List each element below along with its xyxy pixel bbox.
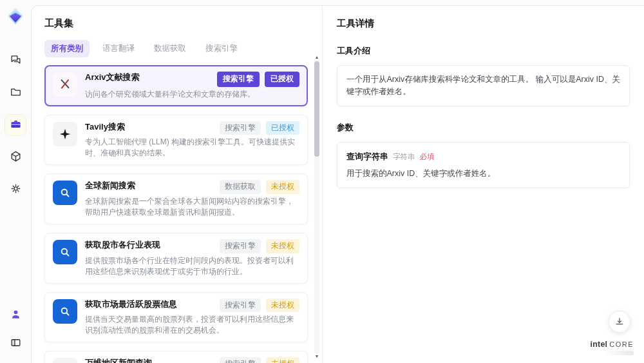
- tool-list-item[interactable]: 获取股市各行业表现 搜索引擎 未授权 提供股票市场各个行业在特定时间段内的表现。…: [44, 233, 308, 284]
- sidebar-item-panel-toggle[interactable]: [5, 333, 26, 354]
- tool-description: 提供股票市场各个行业在特定时间段内的表现。投资者可以利用这些信息来识别表现优于或…: [85, 255, 299, 277]
- tool-name: 获取市场最活跃股票信息: [85, 299, 177, 310]
- brand-core: core: [609, 340, 634, 348]
- category-badge: 数据获取: [220, 180, 261, 194]
- tool-list-item[interactable]: Tavily搜索 搜索引擎 已授权 专为人工智能代理 (LLM) 构建的搜索引擎…: [44, 115, 308, 166]
- param-name: 查询字符串: [346, 151, 388, 162]
- page-title: 工具集: [44, 17, 308, 30]
- brand-intel: intel: [591, 340, 608, 349]
- avatar-icon: [10, 308, 22, 323]
- main-panel: 工具集 所有类别语言翻译数据获取搜索引擎 Arxiv文献搜索 搜索引擎 已授权 …: [31, 5, 644, 363]
- tool-list-item[interactable]: 万维地区新闻查询 搜索引擎 未授权 查询具体行政区划内的新闻，快速了解各地新闻动: [44, 351, 308, 363]
- cube-icon: [10, 150, 22, 165]
- tab-0[interactable]: 所有类别: [44, 40, 90, 57]
- status-badge: 未授权: [266, 180, 299, 194]
- sidebar-item-toolbox[interactable]: [5, 115, 26, 135]
- status-badge: 未授权: [266, 299, 299, 313]
- detail-title: 工具详情: [337, 17, 630, 30]
- tool-name: Tavily搜索: [85, 121, 125, 133]
- category-badge: 搜索引擎: [220, 121, 261, 135]
- category-badge: 搜索引擎: [220, 357, 261, 363]
- category-badge: 搜索引擎: [220, 299, 261, 313]
- folder-icon: [10, 86, 22, 101]
- param-required-badge: 必填: [420, 152, 435, 162]
- sidebar-item-folder[interactable]: [5, 83, 26, 103]
- tab-3[interactable]: 搜索引擎: [199, 40, 244, 57]
- tool-description: 专为人工智能代理 (LLM) 构建的搜索引擎工具。可快速提供实时、准确和真实的结…: [85, 137, 299, 159]
- scrollbar-thumb[interactable]: [314, 61, 319, 157]
- download-icon: [614, 317, 625, 327]
- sparkle-icon: [53, 122, 77, 146]
- status-badge: 未授权: [266, 239, 299, 253]
- panel-icon: [10, 337, 22, 351]
- sidebar-item-models[interactable]: [5, 147, 26, 168]
- scroll-up-icon[interactable]: ▲: [314, 55, 319, 60]
- status-badge: 已授权: [265, 72, 299, 87]
- sidebar-item-chat[interactable]: [5, 50, 26, 71]
- params-section-title: 参数: [337, 122, 630, 133]
- tool-description: 提供当天交易量最高的股票列表，投资者可以利用这些信息来识别流动性强的股票和潜在的…: [85, 314, 299, 336]
- app-logo-icon: [6, 6, 25, 26]
- param-description: 用于搜索的Arxiv ID、关键字或作者姓名。: [346, 168, 620, 179]
- tab-1[interactable]: 语言翻译: [96, 40, 141, 57]
- param-type: 字符串: [393, 152, 415, 162]
- sidebar-item-account[interactable]: [5, 305, 26, 326]
- intro-section-title: 工具介绍: [337, 45, 630, 57]
- tool-list-item[interactable]: Arxiv文献搜索 搜索引擎 已授权 访问各个研究领域大量科学论文和文章的存储库…: [44, 65, 308, 106]
- param-header: 查询字符串 字符串 必填: [346, 151, 620, 162]
- category-tabs: 所有类别语言翻译数据获取搜索引擎: [44, 40, 308, 57]
- tool-description: 访问各个研究领域大量科学论文和文章的存储库。: [85, 89, 299, 100]
- list-scrollbar[interactable]: ▲ ▼: [314, 55, 320, 359]
- news-search-icon: [53, 299, 77, 324]
- news-search-icon: [53, 240, 77, 264]
- tool-list-item[interactable]: 获取市场最活跃股票信息 搜索引擎 未授权 提供当天交易量最高的股票列表，投资者可…: [44, 292, 308, 343]
- brand-sub-mark: [604, 351, 634, 355]
- chat-icon: [10, 54, 22, 68]
- category-badge: 搜索引擎: [220, 239, 261, 253]
- sidebar-bottom: [5, 305, 26, 354]
- news-search-icon: [53, 181, 77, 205]
- tool-name: 全球新闻搜索: [85, 180, 135, 191]
- sidebar-nav: [5, 50, 26, 305]
- scroll-down-icon[interactable]: ▼: [314, 354, 319, 359]
- param-card: 查询字符串 字符串 必填 用于搜索的Arxiv ID、关键字或作者姓名。: [337, 142, 630, 188]
- category-badge: 搜索引擎: [217, 72, 260, 87]
- tool-intro-text: 一个用于从Arxiv存储库搜索科学论文和文章的工具。 输入可以是Arxiv ID…: [337, 65, 630, 106]
- app-sidebar: [0, 0, 31, 363]
- gear-icon: [10, 182, 22, 197]
- status-badge: 未授权: [266, 357, 299, 363]
- tool-list-item[interactable]: 全球新闻搜索 数据获取 未授权 全球新闻搜索是一个聚合全球各大新闻网站内容的搜索…: [44, 173, 308, 224]
- tool-name: 获取股市各行业表现: [85, 239, 160, 251]
- intel-core-logo: intelcore: [591, 338, 634, 355]
- arxiv-icon: [53, 72, 77, 97]
- download-button[interactable]: [609, 311, 630, 333]
- tool-name: Arxiv文献搜索: [85, 72, 140, 83]
- tab-2[interactable]: 数据获取: [147, 40, 193, 57]
- status-badge: 已授权: [266, 121, 299, 135]
- tool-detail-pane: 工具详情 工具介绍 一个用于从Arxiv存储库搜索科学论文和文章的工具。 输入可…: [323, 6, 644, 363]
- tool-list-pane: 工具集 所有类别语言翻译数据获取搜索引擎 Arxiv文献搜索 搜索引擎 已授权 …: [32, 6, 323, 363]
- building-icon: [53, 358, 77, 363]
- tool-list: Arxiv文献搜索 搜索引擎 已授权 访问各个研究领域大量科学论文和文章的存储库…: [44, 65, 308, 363]
- sidebar-item-settings[interactable]: [5, 179, 26, 200]
- tool-description: 全球新闻搜索是一个聚合全球各大新闻网站内容的搜索引擎，帮助用户快速获取全球最新资…: [85, 196, 299, 218]
- tool-name: 万维地区新闻查询: [85, 357, 152, 363]
- toolbox-icon: [10, 118, 22, 133]
